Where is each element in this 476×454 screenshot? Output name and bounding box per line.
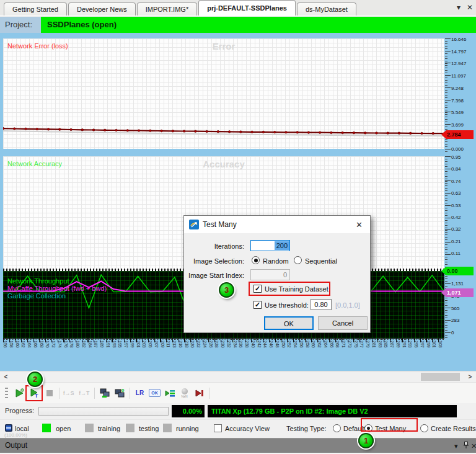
x-axis-label: 168	[40, 340, 44, 348]
x-axis-label: 162	[21, 340, 25, 348]
x-axis-label: 297	[420, 340, 425, 348]
y-axis-label: 7.398	[451, 98, 464, 104]
tab-getting-started[interactable]: Getting Started	[4, 2, 67, 16]
x-axis-label: 184	[88, 340, 92, 348]
ok-dialog-button[interactable]: OK	[148, 386, 162, 400]
app-window: Getting Started Developer News IMPORT.IM…	[0, 0, 476, 454]
tab-prj-default-ssdplanes[interactable]: prj-DEFAULT-SSDPlanes	[198, 0, 296, 16]
x-axis-label: 234	[233, 340, 237, 348]
x-axis-label: 254	[293, 340, 298, 348]
use-threshold-checkbox[interactable]: ✓	[253, 301, 262, 309]
annotation-step-2: 2	[27, 372, 43, 387]
sequential-radio[interactable]	[294, 256, 302, 264]
x-axis-label: 226	[209, 340, 213, 348]
tab-import-img[interactable]: IMPORT.IMG*	[137, 2, 197, 16]
sequential-label: Sequential	[305, 257, 337, 265]
gpu-status: TITAN Xp (12.79 GB - P2P on ID #2: Image…	[208, 405, 457, 417]
progress-bar	[38, 407, 169, 416]
learning-rate-button[interactable]: LR	[133, 386, 147, 400]
x-axis-label: 191	[106, 340, 110, 348]
x-axis-label: 303	[438, 340, 443, 348]
output-pin-icon[interactable]	[463, 441, 469, 450]
dialog-title: Test Many	[203, 220, 353, 229]
error-chart: Network Error (loss) Error	[3, 38, 444, 149]
accuracy-view-label: Accuracy View	[225, 425, 270, 432]
y-axis-label: 0.21	[451, 239, 461, 244]
x-axis-label: 246	[269, 340, 273, 348]
scroll-right-icon[interactable]: >	[465, 372, 475, 381]
accuracy-y-labels: 0.950.840.740.630.530.420.320.210.11	[451, 156, 476, 277]
scrollbar-thumb[interactable]	[421, 373, 460, 381]
x-axis-label: 287	[390, 340, 394, 348]
y-axis-label: 12.947	[451, 61, 466, 66]
x-axis-label: 180	[76, 340, 80, 348]
y-axis-label: 0	[451, 330, 454, 336]
random-radio[interactable]	[252, 256, 260, 264]
testing-type-create-results-radio[interactable]	[420, 424, 428, 432]
project-bar: Project: SSDPlanes (open)	[0, 17, 476, 33]
dialog-close-icon[interactable]: ✕	[353, 220, 365, 229]
image-start-index-input[interactable]: 0	[250, 269, 290, 280]
step-button[interactable]	[193, 386, 206, 400]
x-axis-label: 275	[354, 340, 358, 348]
cancel-button[interactable]: Cancel	[318, 316, 368, 330]
x-axis-label: 264	[324, 340, 328, 348]
throughput-legend-gc: Garbage Collection	[7, 292, 66, 300]
x-axis-label: 268	[335, 340, 340, 348]
snapshot-solver-button[interactable]: f→S	[63, 390, 74, 396]
x-axis-label: 273	[348, 340, 352, 348]
tab-close-icon[interactable]: ✕	[467, 3, 473, 12]
local-label: local	[15, 425, 29, 432]
ok-button[interactable]: OK	[264, 316, 314, 330]
test-many-radio-highlight-box	[361, 418, 418, 432]
annotation-step-3: 3	[219, 282, 234, 298]
x-axis-label: 178	[69, 340, 74, 348]
run-sequence-button[interactable]	[163, 386, 177, 400]
horizontal-scrollbar[interactable]: < >	[0, 371, 476, 381]
x-axis-label: 224	[203, 340, 207, 348]
network-weights-button[interactable]: 0	[113, 386, 126, 400]
output-close-icon[interactable]: ✕	[471, 442, 476, 450]
local-percent: (100.00%)	[4, 432, 27, 438]
x-axis-label: 176	[64, 340, 68, 348]
output-collapse-icon[interactable]: ▾	[454, 442, 458, 450]
run-training-button[interactable]	[13, 386, 27, 400]
scroll-left-icon[interactable]: <	[1, 372, 11, 381]
stop-button[interactable]	[43, 386, 56, 400]
y-axis-label: 11.097	[451, 73, 466, 79]
x-axis-label: 299	[426, 340, 431, 348]
nan-detect-button[interactable]: NaN	[178, 386, 192, 400]
output-panel-title: Output	[5, 441, 27, 450]
testing-type-default-radio[interactable]	[333, 424, 341, 432]
y-axis-label: 5.549	[451, 110, 464, 115]
x-axis-label: 228	[214, 340, 219, 348]
x-axis-label: 258	[306, 340, 310, 348]
x-axis-label: 240	[251, 340, 255, 348]
image-selection-label: Image Selection:	[185, 257, 244, 265]
x-axis-label: 271	[342, 340, 346, 348]
dialog-title-bar[interactable]: Test Many ✕	[184, 216, 370, 233]
use-threshold-label: Use threshold:	[265, 301, 309, 309]
x-axis-label: 238	[245, 340, 249, 348]
x-axis-label: 172	[51, 340, 56, 348]
throughput-legend-mycaffe: MyCaffe Throughput (fwd + bwd)	[7, 285, 107, 292]
network-snapshot-button[interactable]	[98, 386, 112, 400]
x-axis-label: 266	[330, 340, 334, 348]
x-axis-label: 205	[148, 340, 152, 348]
x-axis-label: 222	[196, 340, 201, 348]
tab-overflow-icon[interactable]: ▾	[457, 3, 461, 12]
iterations-input[interactable]: 200	[250, 240, 290, 251]
y-axis-label: 1,131	[451, 281, 464, 287]
error-chart-legend: Network Error (loss)	[7, 42, 68, 50]
x-axis-label: 279	[366, 340, 370, 348]
toolbar: T f→S f→T 0 LR OK NaN	[0, 382, 476, 403]
tab-developer-news[interactable]: Developer News	[68, 2, 136, 16]
accuracy-view-checkbox[interactable]	[214, 424, 222, 432]
testing-type-create-results-label: Create Results	[431, 425, 476, 432]
tab-ds-mydataset[interactable]: ds-MyDataset	[297, 2, 356, 16]
open-label: open	[56, 425, 71, 432]
x-axis-label: 242	[257, 340, 262, 348]
x-axis-label: 199	[130, 340, 134, 348]
snapshot-trained-button[interactable]: f→T	[79, 390, 90, 396]
threshold-input[interactable]: 0.80	[311, 299, 332, 310]
